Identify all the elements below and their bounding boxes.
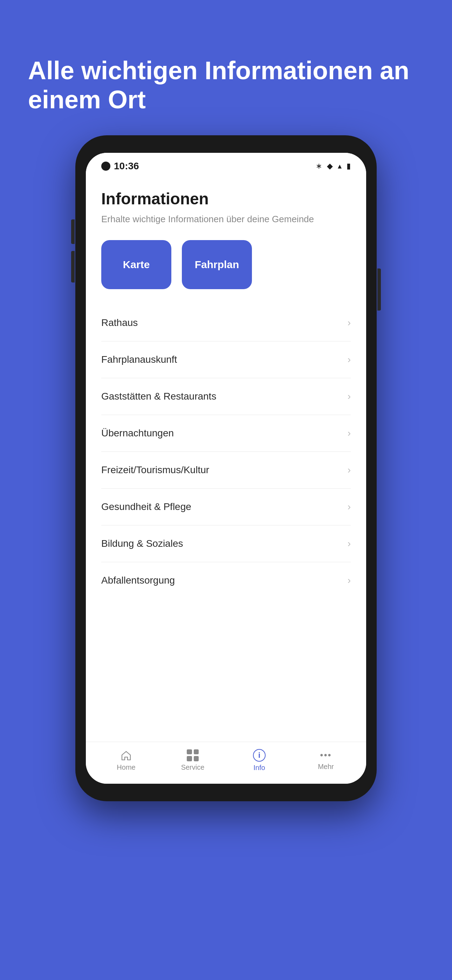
chevron-icon: › [348, 538, 351, 549]
chevron-icon: › [348, 501, 351, 512]
dots-icon: ••• [320, 750, 331, 760]
chevron-icon: › [348, 391, 351, 402]
hero-section: Alle wichtigen Informationen an einem Or… [0, 0, 452, 135]
page-title: Informationen [101, 189, 351, 208]
fahrplan-button[interactable]: Fahrplan [182, 240, 252, 289]
wifi-icon: ▴ [338, 162, 342, 171]
chevron-icon: › [348, 354, 351, 365]
time-display: 10:36 [114, 161, 139, 172]
menu-list: Rathaus › Fahrplanauskunft › Gaststätten… [101, 305, 351, 599]
nav-label-info: Info [253, 764, 265, 772]
menu-item-abfallentsorgung[interactable]: Abfallentsorgung › [101, 562, 351, 599]
volume-button-1 [71, 220, 75, 244]
menu-item-label: Fahrplanauskunft [101, 354, 177, 365]
chevron-icon: › [348, 465, 351, 476]
nav-label-service: Service [181, 764, 205, 772]
status-icons: ∗ ◆ ▴ ▮ [316, 162, 351, 171]
info-circle-icon: i [253, 749, 266, 762]
menu-item-label: Rathaus [101, 317, 138, 328]
chevron-icon: › [348, 317, 351, 328]
menu-item-label: Bildung & Soziales [101, 538, 183, 549]
status-time-area: 10:36 [101, 161, 139, 172]
chevron-icon: › [348, 575, 351, 586]
menu-item-gesundheit[interactable]: Gesundheit & Pflege › [101, 488, 351, 525]
menu-item-label: Übernachtungen [101, 428, 174, 439]
bluetooth-icon: ∗ [316, 162, 322, 171]
phone-mockup: 10:36 ∗ ◆ ▴ ▮ Informationen Erhalte wich… [75, 135, 377, 801]
menu-item-freizeit[interactable]: Freizeit/Tourismus/Kultur › [101, 452, 351, 488]
service-grid-icon [187, 749, 199, 761]
menu-item-label: Abfallentsorgung [101, 575, 175, 586]
menu-item-fahrplanauskunft[interactable]: Fahrplanauskunft › [101, 341, 351, 378]
nav-item-info[interactable]: i Info [242, 749, 277, 772]
nav-item-mehr[interactable]: ••• Mehr [308, 750, 344, 771]
bell-off-icon: ◆ [327, 162, 333, 171]
home-icon [120, 749, 132, 761]
bottom-nav: Home Service i Info ••• Mehr [86, 742, 366, 784]
menu-item-rathaus[interactable]: Rathaus › [101, 305, 351, 341]
volume-button-2 [71, 251, 75, 275]
nav-label-home: Home [117, 764, 135, 772]
status-bar: 10:36 ∗ ◆ ▴ ▮ [86, 153, 366, 175]
nav-item-home[interactable]: Home [108, 749, 144, 772]
nav-item-service[interactable]: Service [175, 749, 210, 772]
battery-icon: ▮ [347, 162, 351, 171]
menu-item-label: Gesundheit & Pflege [101, 501, 191, 512]
nav-label-mehr: Mehr [318, 763, 334, 771]
menu-item-uebernachtungen[interactable]: Übernachtungen › [101, 415, 351, 452]
quick-actions: Karte Fahrplan [101, 240, 351, 289]
menu-item-bildung[interactable]: Bildung & Soziales › [101, 525, 351, 562]
menu-item-gaststaetten[interactable]: Gaststätten & Restaurants › [101, 378, 351, 415]
menu-item-label: Freizeit/Tourismus/Kultur [101, 465, 209, 476]
hero-title: Alle wichtigen Informationen an einem Or… [28, 56, 424, 114]
page-subtitle: Erhalte wichtige Informationen über dein… [101, 214, 351, 225]
app-content: Informationen Erhalte wichtige Informati… [86, 175, 366, 742]
karte-button[interactable]: Karte [101, 240, 171, 289]
chevron-icon: › [348, 428, 351, 439]
camera-dot [101, 162, 110, 171]
menu-item-label: Gaststätten & Restaurants [101, 391, 216, 402]
phone-screen: 10:36 ∗ ◆ ▴ ▮ Informationen Erhalte wich… [86, 153, 366, 784]
